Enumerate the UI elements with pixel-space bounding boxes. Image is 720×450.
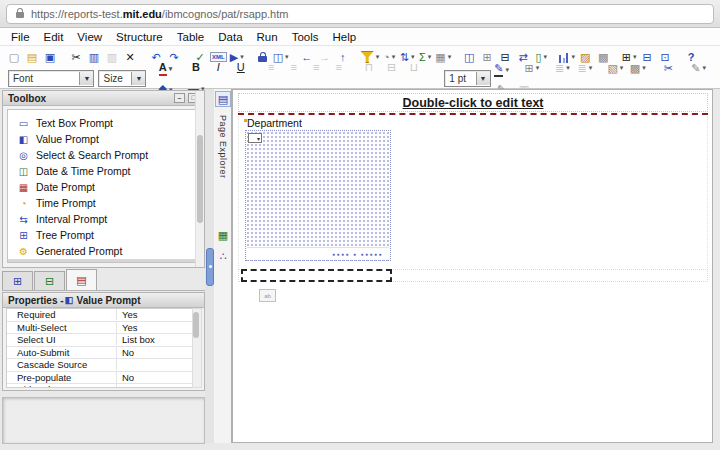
toolbox-item-text-box-prompt[interactable]: ▭ Text Box Prompt <box>8 115 199 131</box>
property-value[interactable]: Yes <box>117 322 138 333</box>
page-title-text[interactable]: Double-click to edit text <box>403 96 544 110</box>
prompt-caption[interactable]: Department <box>247 117 302 129</box>
condition-explorer-icon[interactable]: ∴ <box>215 248 231 264</box>
properties-table: Required Yes Multi-Select Yes Select UI … <box>6 308 194 388</box>
value-prompt-icon: ◧ <box>64 295 75 305</box>
property-row-select-ui[interactable]: Select UI List box <box>7 334 193 347</box>
toolbox-scrollbar[interactable] <box>195 91 204 267</box>
section-button[interactable]: ◫ <box>461 48 477 66</box>
property-value[interactable]: List box <box>117 334 155 345</box>
property-row-pre-populate[interactable]: Pre-populate No <box>7 372 193 385</box>
property-value[interactable]: No <box>117 384 134 388</box>
page-footer[interactable] <box>238 269 708 282</box>
menu-edit[interactable]: Edit <box>37 31 71 43</box>
toolbox-item-date-prompt[interactable]: ▦ Date Prompt <box>8 179 199 195</box>
text-box-prompt-icon: ▭ <box>16 118 31 129</box>
toolbox-item-interval-prompt[interactable]: ⇆ Interval Prompt <box>8 211 199 227</box>
menu-tools[interactable]: Tools <box>285 31 326 43</box>
page-explorer-icon[interactable]: ▤ <box>215 91 231 107</box>
select-links-placeholder[interactable]: ●●●● ● ●●●●● <box>332 251 383 257</box>
property-label: Pre-populate <box>7 372 117 383</box>
font-select[interactable]: Font▼ <box>8 70 94 87</box>
menu-run[interactable]: Run <box>250 31 285 43</box>
scrollbar-thumb[interactable] <box>193 312 199 338</box>
valign-bottom-button[interactable]: ⊔ <box>406 59 422 77</box>
prompt-button-placeholder[interactable]: ab <box>259 289 276 302</box>
italic-button[interactable]: I <box>210 59 226 77</box>
toolbox-item-select-search-prompt[interactable]: ◎ Select & Search Prompt <box>8 147 199 163</box>
menu-structure[interactable]: Structure <box>109 31 170 43</box>
property-value[interactable]: No <box>117 372 134 383</box>
conditional-styles-button[interactable]: ▧ <box>607 59 623 77</box>
scrollbar-thumb[interactable] <box>197 135 203 223</box>
footer-drop-zone[interactable] <box>241 269 392 282</box>
property-row-cascade-source[interactable]: Cascade Source <box>7 359 193 372</box>
toolbox-item-value-prompt[interactable]: ◧ Value Prompt <box>8 131 199 147</box>
properties-scrollbar[interactable] <box>192 308 202 388</box>
align-center-button[interactable]: ≡ <box>286 59 302 77</box>
page-explorer-label[interactable]: Page Explorer <box>218 115 228 179</box>
borders-button[interactable]: ⊞ <box>524 59 540 77</box>
property-row-required[interactable]: Required Yes <box>7 309 193 322</box>
property-value[interactable]: No <box>117 347 134 358</box>
toolbox-item-date-time-prompt[interactable]: ◫ Date & Time Prompt <box>8 163 199 179</box>
save-button[interactable]: ▣ <box>42 48 58 66</box>
value-prompt-header-icon[interactable]: ▾ <box>248 133 262 143</box>
align-left-button[interactable]: ≡ <box>263 59 279 77</box>
tab-source[interactable]: ⊞ <box>2 271 33 290</box>
list-bullet-button[interactable]: ≣ <box>554 59 570 77</box>
reuse-style-button[interactable]: ▩ <box>630 59 646 77</box>
copy-button[interactable]: ▥ <box>86 48 102 66</box>
list-bullet-icon: ≣ <box>555 63 564 74</box>
page-header-block[interactable]: Double-click to edit text <box>238 93 708 112</box>
align-justify-button[interactable]: ≡ <box>331 59 347 77</box>
align-right-button[interactable]: ≡ <box>308 59 324 77</box>
underline-button[interactable]: U <box>233 59 249 77</box>
border-width-select[interactable]: 1 pt▼ <box>444 70 490 87</box>
cut-button[interactable]: ✂ <box>68 48 84 66</box>
property-row-hide-adornments[interactable]: Hide Adornments No <box>7 384 193 388</box>
menu-file[interactable]: File <box>4 31 37 43</box>
font-color-button[interactable]: A <box>157 60 173 78</box>
property-row-auto-submit[interactable]: Auto-Submit No <box>7 347 193 360</box>
delete-button[interactable]: ✕ <box>122 48 138 66</box>
font-size-select[interactable]: Size▼ <box>98 70 146 87</box>
tab-data-items[interactable]: ⊟ <box>34 271 65 290</box>
toolbox-list: ▭ Text Box Prompt ◧ Value Prompt ◎ Selec… <box>7 109 200 263</box>
browser-address-bar: https://reports-test.mit.edu/ibmcognos/p… <box>0 0 720 28</box>
delete-icon: ✕ <box>125 52 134 63</box>
toolbox-item-generated-prompt[interactable]: ⚙ Generated Prompt <box>8 243 199 259</box>
new-report-button[interactable]: ▢ <box>6 48 22 66</box>
pick-up-style-button[interactable]: ✎ <box>691 59 707 77</box>
property-value[interactable]: Yes <box>117 309 138 320</box>
valign-top-icon: ⊓ <box>365 62 374 73</box>
valign-top-button[interactable]: ⊓ <box>361 59 377 77</box>
clear-style-button[interactable]: ✂ <box>660 59 676 77</box>
cut-icon: ✂ <box>71 52 80 63</box>
border-color-button[interactable]: ✎ <box>494 61 510 79</box>
tab-toolbox[interactable]: ▤ <box>66 269 97 290</box>
toolbox-item-tree-prompt[interactable]: ⊞ Tree Prompt <box>8 227 199 243</box>
calculate-icon: ⊞ <box>483 52 492 63</box>
bold-button[interactable]: B <box>188 59 204 77</box>
toolbox-item-prompt-button[interactable]: ab Prompt Button <box>8 259 199 263</box>
paste-button[interactable]: ▥ <box>104 48 120 66</box>
splitter-collapse-handle[interactable] <box>206 248 214 286</box>
valign-middle-button[interactable]: ⊟ <box>384 59 400 77</box>
toolbox-item-time-prompt[interactable]: ◔ Time Prompt <box>8 195 199 211</box>
italic-icon: I <box>217 62 220 73</box>
pick-up-style-icon: ✎ <box>691 63 700 74</box>
open-button[interactable]: ▤ <box>24 48 40 66</box>
property-row-multi-select[interactable]: Multi-Select Yes <box>7 322 193 335</box>
menu-data[interactable]: Data <box>211 31 249 43</box>
chevron-down-icon: ▼ <box>476 72 490 85</box>
url-field[interactable]: https://reports-test.mit.edu/ibmcognos/p… <box>6 4 714 24</box>
menu-table[interactable]: Table <box>170 31 212 43</box>
menu-view[interactable]: View <box>70 31 109 43</box>
minimize-button[interactable]: – <box>174 93 185 103</box>
query-explorer-icon[interactable]: ▦ <box>215 227 231 243</box>
tab-source-icon: ⊞ <box>13 276 22 287</box>
value-prompt-listbox[interactable]: ▾ ●●●● ● ●●●●● <box>245 130 391 261</box>
list-number-button[interactable]: ≣ <box>577 59 593 77</box>
menu-help[interactable]: Help <box>326 31 364 43</box>
